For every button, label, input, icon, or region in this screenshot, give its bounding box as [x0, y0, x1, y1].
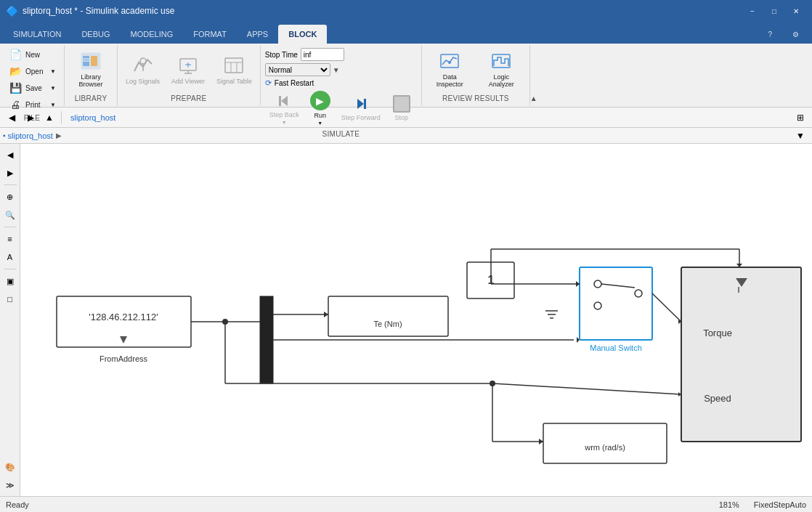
manual-switch-label: Manual Switch — [590, 344, 642, 352]
zoom-button[interactable]: 🔍 — [2, 207, 18, 223]
titlebar: 🔷 sliptorq_host * - Simulink academic us… — [0, 0, 812, 22]
path-arrow-icon: ▶ — [56, 131, 62, 139]
stop-time-input[interactable] — [301, 48, 344, 61]
simulation-mode-select[interactable]: Normal — [265, 63, 330, 76]
tab-format[interactable]: FORMAT — [183, 25, 237, 44]
from-address-sublabel: FromAddress — [100, 354, 148, 363]
svg-rect-17 — [279, 96, 281, 106]
tab-debug[interactable]: DEBUG — [71, 25, 120, 44]
save-button[interactable]: 💾 Save ▼ — [3, 80, 61, 96]
save-icon: 💾 — [8, 81, 23, 95]
run-icon: ▶ — [310, 91, 330, 110]
toolbar-right: ⊞ — [792, 110, 809, 126]
tab-block[interactable]: BLOCK — [278, 25, 327, 44]
minimize-button[interactable]: − — [742, 4, 763, 18]
close-button[interactable]: ✕ — [786, 4, 806, 18]
data-inspector-button[interactable]: Data Inspector — [425, 48, 475, 92]
left-sb-forward-button[interactable]: ▶ — [2, 165, 18, 181]
zoom-fit-button[interactable]: ⊕ — [2, 189, 18, 205]
svg-point-21 — [448, 61, 451, 64]
svg-rect-19 — [364, 99, 366, 109]
run-button[interactable]: ▶ Run ▼ — [305, 88, 336, 129]
palette-button[interactable]: 🎨 — [2, 459, 18, 475]
back-button[interactable]: ◀ — [3, 110, 20, 126]
log-signals-button[interactable]: Log Signals — [121, 48, 165, 92]
log-signals-icon — [131, 54, 155, 77]
library-browser-button[interactable]: Library Browser — [68, 48, 114, 92]
status-right: 181% FixedStepAuto — [719, 500, 806, 509]
bus-creator-block[interactable] — [260, 296, 273, 383]
new-save-print-col: 📄 New 📂 Open ▼ 💾 Save ▼ 🖨 Print ▼ — [3, 46, 61, 113]
main-subsystem-block[interactable] — [681, 267, 801, 442]
step-forward-icon — [352, 95, 370, 113]
area-tool-button[interactable]: □ — [2, 291, 18, 307]
path-right: ▼ — [792, 128, 809, 144]
torque-label: Torque — [703, 328, 732, 338]
grid-view-button[interactable]: ⊞ — [792, 110, 809, 126]
model-icon: ▪ — [3, 131, 6, 139]
step-back-button[interactable]: Step Back ▼ — [265, 88, 304, 129]
mode-row: Normal ▼ — [265, 63, 417, 76]
path-expand-button[interactable]: ▼ — [792, 128, 809, 144]
te-display-block[interactable] — [328, 296, 448, 336]
ribbon-section-prepare: Log Signals Add Viewer — [118, 45, 261, 105]
new-button[interactable]: 📄 New — [3, 46, 61, 62]
ribbon-section-simulate: Stop Time Normal ▼ ⟳ Fast Restart — [261, 45, 422, 105]
canvas-area[interactable]: '128.46.212.112' FromAddress Te (Nm) 1 — [20, 144, 812, 496]
ribbon-section-library: Library Browser LIBRARY — [65, 45, 118, 105]
step-back-arrow-icon: ▼ — [282, 120, 287, 125]
open-button[interactable]: 📂 Open ▼ — [3, 63, 61, 79]
prepare-section-label: PREPARE — [121, 93, 257, 104]
left-sb-back-button[interactable]: ◀ — [2, 147, 18, 163]
settings-button[interactable]: ⚙ — [782, 25, 809, 44]
up-button[interactable]: ▲ — [41, 110, 58, 126]
tab-simulation[interactable]: SIMULATION — [3, 25, 71, 44]
ribbon-section-review: Data Inspector Logic Analyzer REVIEW RES… — [422, 45, 530, 105]
signal-table-button[interactable]: Signal Table — [211, 48, 257, 92]
data-inspector-icon — [438, 51, 461, 73]
path-model[interactable]: ▪ sliptorq_host — [3, 131, 53, 140]
forward-button[interactable]: ▶ — [22, 110, 39, 126]
status-ready-label: Ready — [6, 500, 29, 509]
sb-expand-button[interactable]: ≫ — [2, 477, 18, 493]
tab-apps[interactable]: APPS — [237, 25, 278, 44]
logic-analyzer-icon — [490, 51, 513, 73]
statusbar: Ready 181% FixedStepAuto — [0, 496, 812, 512]
manual-switch-block[interactable] — [580, 267, 652, 340]
signal-table-icon — [222, 54, 245, 77]
library-browser-icon — [79, 51, 102, 73]
logic-analyzer-button[interactable]: Logic Analyzer — [476, 48, 527, 92]
breadcrumb-model[interactable]: sliptorq_host — [68, 112, 118, 123]
open-arrow-icon: ▼ — [50, 68, 56, 75]
window-controls: − □ ✕ — [742, 4, 806, 18]
run-arrow-icon: ▼ — [317, 121, 322, 126]
left-sidebar: ◀ ▶ ⊕ 🔍 ≡ A ▣ □ 🎨 ≫ — [0, 144, 20, 496]
block-icon-button[interactable]: ▣ — [2, 273, 18, 289]
diagram-svg: '128.46.212.112' FromAddress Te (Nm) 1 — [20, 144, 812, 496]
maximize-button[interactable]: □ — [764, 4, 784, 18]
te-label: Te (Nm) — [373, 320, 402, 328]
step-forward-button[interactable]: Step Forward — [337, 88, 385, 129]
new-icon: 📄 — [8, 47, 23, 62]
wrm-label: wrm (rad/s) — [584, 443, 625, 452]
print-arrow-icon: ▼ — [50, 102, 56, 108]
sim-mode-label: FixedStepAuto — [754, 500, 806, 509]
diagram-wrapper: ◀ ▶ ⊕ 🔍 ≡ A ▣ □ 🎨 ≫ '128.46.212.112' Fro… — [0, 144, 812, 496]
help-button[interactable]: ? — [758, 25, 782, 44]
zoom-level-label: 181% — [719, 500, 739, 509]
stop-button[interactable]: Stop — [386, 88, 417, 129]
mode-dropdown-icon[interactable]: ▼ — [333, 66, 340, 74]
add-viewer-button[interactable]: Add Viewer — [166, 48, 210, 92]
text-tool-button[interactable]: A — [2, 249, 18, 265]
breadcrumb: sliptorq_host — [68, 112, 118, 123]
sb-separator-2 — [4, 227, 17, 227]
library-section-label: LIBRARY — [68, 93, 114, 104]
ribbon-section-file: 📄 New 📂 Open ▼ 💾 Save ▼ 🖨 Print ▼ — [0, 45, 65, 105]
te-arrow-icon — [324, 312, 328, 317]
fast-restart-label[interactable]: Fast Restart — [275, 79, 314, 87]
fast-restart-row: ⟳ Fast Restart — [265, 78, 417, 88]
speed-label: Speed — [704, 393, 731, 404]
port-label-button[interactable]: ≡ — [2, 231, 18, 247]
ribbon-collapse-button[interactable]: ▲ — [530, 45, 542, 105]
tab-modeling[interactable]: MODELING — [121, 25, 184, 44]
